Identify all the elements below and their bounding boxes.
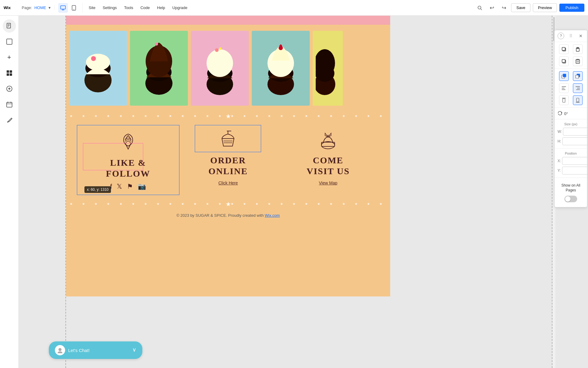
panel-drag-handle[interactable]: ⠿	[569, 34, 573, 38]
panel-paste-button[interactable]	[573, 44, 583, 54]
svg-point-36	[219, 47, 222, 50]
search-button[interactable]	[475, 3, 485, 13]
order-online-link[interactable]: Click Here	[186, 180, 270, 186]
rotation-icon	[558, 111, 562, 117]
page-label: Page:	[22, 5, 32, 10]
width-label: W:	[558, 130, 562, 134]
sidebar-add-button[interactable]: +	[3, 51, 16, 64]
svg-text:Wix: Wix	[4, 5, 11, 10]
topbar-menu: Site Settings Tools Code Help Upgrade	[83, 5, 471, 10]
star-divider-top: ★ ★ ★ ★ ★ ★ ★ ★ ★ ★ ★ ★ ★ ★ ★ ★ ★ ★ ★ ★ …	[66, 112, 390, 120]
chat-expand-icon[interactable]: ∧	[132, 347, 136, 354]
topbar-code-menu[interactable]: Code	[141, 5, 150, 10]
mobile-view-button[interactable]	[69, 3, 79, 13]
svg-point-46	[321, 142, 335, 149]
left-sidebar: +	[0, 16, 19, 368]
panel-bring-forward-button[interactable]	[559, 71, 569, 81]
sidebar-pages-button[interactable]	[3, 19, 16, 33]
twitter-icon[interactable]: 𝕏	[117, 183, 122, 190]
panel-layer-row	[555, 70, 587, 82]
svg-rect-16	[10, 73, 12, 76]
svg-line-7	[481, 9, 482, 10]
size-label: Size (px)	[558, 122, 584, 126]
panel-copy-button[interactable]	[559, 44, 569, 54]
panel-align-right-button[interactable]	[573, 83, 583, 93]
cupcake-card-yellow[interactable]	[313, 31, 343, 106]
main-content: ★ ★ ★ ★ ★ ★ ★ ★ ★ ★ ★ ★ ★ ★ ★ ★ ★ ★ ★ ★ …	[66, 25, 390, 296]
instagram-icon[interactable]: 📷	[138, 183, 146, 190]
topbar-help-menu[interactable]: Help	[157, 5, 165, 10]
preview-button[interactable]: Preview	[533, 3, 557, 12]
svg-rect-12	[7, 39, 12, 44]
publish-button[interactable]: Publish	[559, 4, 584, 12]
foursquare-icon[interactable]: ⚑	[127, 183, 133, 190]
save-button[interactable]: Save	[511, 3, 530, 12]
undo-button[interactable]: ↩	[487, 3, 497, 13]
svg-rect-55	[576, 60, 580, 63]
redo-button[interactable]: ↪	[499, 3, 509, 13]
y-input[interactable]	[562, 167, 587, 174]
svg-point-35	[215, 48, 219, 52]
come-visit-title: COMEVISIT US	[286, 155, 370, 177]
sidebar-events-button[interactable]	[3, 98, 16, 111]
like-follow-title: LIKE &FOLLOW	[86, 157, 170, 179]
cupcake-card-green[interactable]	[130, 31, 188, 106]
show-all-pages-section: Show on All Pages	[555, 178, 587, 207]
sidebar-upload-button[interactable]	[3, 82, 16, 95]
panel-icons-row1	[555, 42, 587, 55]
width-input[interactable]	[563, 128, 587, 136]
cupcake-card-blue[interactable]	[69, 31, 127, 106]
panel-duplicate-button[interactable]	[559, 56, 569, 66]
svg-point-27	[91, 56, 96, 61]
panel-align-top-button[interactable]	[559, 95, 569, 105]
chat-button-area[interactable]: Let's Chat! ∧	[49, 341, 142, 359]
panel-close-button[interactable]: ✕	[577, 33, 584, 39]
svg-rect-8	[7, 23, 11, 28]
panel-align-row2	[555, 94, 587, 106]
wix-logo: Wix	[0, 4, 18, 11]
topbar: Wix Page: HOME ▾ Site Settings Tools Cod…	[0, 0, 588, 16]
panel-align-left-button[interactable]	[559, 83, 569, 93]
page-selector[interactable]: Page: HOME ▾	[18, 5, 55, 10]
sidebar-pen-button[interactable]	[3, 114, 16, 127]
panel-help-button[interactable]: ?	[558, 33, 564, 39]
topbar-tools-menu[interactable]: Tools	[124, 5, 133, 10]
panel-delete-button[interactable]	[573, 56, 583, 66]
panel-header: ? ⠿ ✕	[555, 30, 587, 42]
wix-copyright-link[interactable]: Wix.com	[265, 213, 280, 218]
desktop-view-button[interactable]	[58, 3, 68, 13]
svg-rect-14	[10, 70, 12, 73]
size-section: Size (px) W: H:	[555, 120, 587, 148]
svg-point-5	[74, 9, 74, 10]
show-all-pages-toggle[interactable]	[564, 196, 577, 202]
sidebar-design-button[interactable]	[3, 35, 16, 48]
sidebar-apps-button[interactable]	[3, 66, 16, 80]
svg-point-31	[155, 43, 158, 46]
cupcake-card-teal[interactable]	[252, 31, 310, 106]
chat-label: Let's Chat!	[68, 348, 90, 353]
svg-rect-72	[577, 98, 579, 102]
topbar-upgrade-menu[interactable]: Upgrade	[172, 5, 188, 10]
panel-align-bottom-button[interactable]	[573, 95, 583, 105]
svg-point-74	[58, 348, 62, 351]
panel-send-backward-button[interactable]	[573, 71, 583, 81]
page-chevron-icon[interactable]: ▾	[49, 5, 51, 10]
position-tooltip: x: 60, y: 1310	[84, 186, 111, 193]
height-label: H:	[558, 139, 561, 143]
pink-header-strip	[66, 16, 390, 25]
chat-avatar	[55, 345, 65, 355]
canvas-area: ★ ★ ★ ★ ★ ★ ★ ★ ★ ★ ★ ★ ★ ★ ★ ★ ★ ★ ★ ★ …	[19, 16, 588, 368]
svg-rect-1	[61, 6, 65, 9]
order-online-icon	[186, 130, 270, 152]
properties-panel: ? ⠿ ✕	[554, 30, 587, 207]
x-input[interactable]	[562, 157, 587, 165]
page-canvas: ★ ★ ★ ★ ★ ★ ★ ★ ★ ★ ★ ★ ★ ★ ★ ★ ★ ★ ★ ★ …	[66, 16, 390, 368]
cupcake-card-pink[interactable]	[191, 31, 249, 106]
topbar-settings-menu[interactable]: Settings	[103, 5, 117, 10]
topbar-site-menu[interactable]: Site	[89, 5, 95, 10]
view-map-link[interactable]: View Map	[286, 180, 370, 186]
height-input[interactable]	[562, 137, 587, 145]
show-all-pages-label: Show on All Pages	[558, 183, 584, 193]
cupcakes-gallery	[66, 25, 390, 112]
position-section-label: Position	[558, 152, 584, 155]
